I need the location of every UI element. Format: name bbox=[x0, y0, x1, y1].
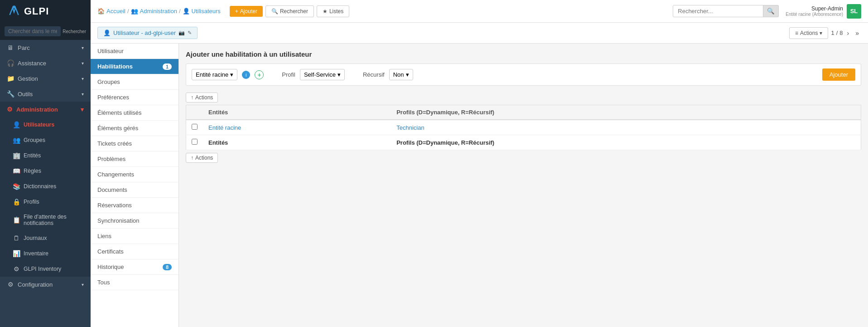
recursif-select[interactable]: Non ▾ bbox=[389, 69, 413, 80]
sidebar-item-groupes[interactable]: 👥 Groupes bbox=[0, 132, 91, 148]
breadcrumb-users-icon: 👤 bbox=[183, 8, 190, 15]
table-row: Entité racine Technician bbox=[186, 120, 861, 135]
sidebar: GLPI Rechercher 🖥 Parc ▾ 🎧 Assistance ▾ … bbox=[0, 0, 91, 327]
nav-item-groupes[interactable]: Groupes bbox=[91, 74, 178, 90]
sidebar-item-label: Dictionnaires bbox=[24, 183, 56, 190]
pagination-last[interactable]: » bbox=[853, 29, 861, 38]
avatar[interactable]: SL bbox=[847, 4, 861, 19]
rechercher-button[interactable]: 🔍 Rechercher bbox=[265, 5, 314, 17]
col-entites: Entités bbox=[203, 105, 391, 120]
chevron-icon: ▾ bbox=[82, 76, 84, 81]
breadcrumb-admin-icon: 👥 bbox=[131, 8, 138, 15]
sidebar-item-inventaire[interactable]: 📊 Inventaire bbox=[0, 246, 91, 261]
chevron-icon: ▾ bbox=[82, 282, 84, 287]
table-actions-button-1[interactable]: ↑ Actions bbox=[186, 93, 218, 102]
breadcrumb-accueil[interactable]: Accueil bbox=[106, 8, 125, 15]
col-profils: Profils (D=Dynamique, R=Récursif) bbox=[391, 105, 861, 120]
ajouter-button[interactable]: + Ajouter bbox=[230, 6, 263, 17]
nav-item-reservations[interactable]: Réservations bbox=[91, 198, 178, 213]
sidebar-item-administration[interactable]: ⚙ Administration ▾ bbox=[0, 102, 91, 117]
add-entity-button[interactable]: + bbox=[255, 70, 264, 79]
sidebar-item-dictionnaires[interactable]: 📚 Dictionnaires bbox=[0, 179, 91, 194]
topbar-search-button[interactable]: 🔍 bbox=[763, 5, 779, 17]
row-checkbox-cell bbox=[186, 120, 203, 135]
sidebar-item-label: Journaux bbox=[24, 235, 47, 241]
table-row: Entités Profils (D=Dynamique, R=Récursif… bbox=[186, 135, 861, 150]
profile-link[interactable]: Technician bbox=[396, 124, 424, 131]
recursif-label: Récursif bbox=[363, 71, 385, 78]
sidebar-item-utilisateurs[interactable]: 👤 Utilisateurs bbox=[0, 117, 91, 132]
sidebar-search-area[interactable]: Rechercher bbox=[0, 23, 91, 40]
row-checkbox[interactable] bbox=[192, 124, 198, 130]
sidebar-item-configuration[interactable]: ⚙ Configuration ▾ bbox=[0, 277, 91, 292]
person-icon: 👤 bbox=[103, 29, 111, 36]
sidebar-item-profils[interactable]: 🔒 Profils bbox=[0, 194, 91, 210]
profil-select[interactable]: Self-Service ▾ bbox=[300, 69, 345, 80]
pagination-sep: / bbox=[836, 29, 838, 36]
sidebar-item-parc[interactable]: 🖥 Parc ▾ bbox=[0, 40, 91, 55]
nav-item-synchronisation[interactable]: Synchronisation bbox=[91, 213, 178, 229]
camera-icon: 📷 bbox=[178, 30, 185, 36]
sidebar-item-journaux[interactable]: 🗒 Journaux bbox=[0, 230, 91, 246]
nav-label: Tickets créés bbox=[97, 140, 132, 147]
breadcrumb-utilisateurs[interactable]: Utilisateurs bbox=[192, 8, 221, 15]
entite-label: Entité racine bbox=[196, 71, 228, 78]
nav-label: Habilitations bbox=[97, 63, 133, 70]
sidebar-item-gestion[interactable]: 📁 Gestion ▾ bbox=[0, 71, 91, 86]
nav-label: Synchronisation bbox=[97, 217, 140, 224]
nav-label: Changements bbox=[97, 171, 134, 178]
table-actions-bar-1: ↑ Actions bbox=[186, 93, 861, 102]
sidebar-item-outils[interactable]: 🔧 Outils ▾ bbox=[0, 86, 91, 102]
row-profile-cell: Technician bbox=[391, 120, 861, 135]
sidebar-item-label: File d'attente des notifications bbox=[24, 214, 84, 226]
nav-label: Problèmes bbox=[97, 156, 125, 162]
nav-item-problemes[interactable]: Problèmes bbox=[91, 151, 178, 167]
nav-item-utilisateur[interactable]: Utilisateur bbox=[91, 44, 178, 59]
sidebar-item-label: GLPI Inventory bbox=[24, 266, 61, 272]
sidebar-item-regles[interactable]: 📖 Règles bbox=[0, 163, 91, 179]
nav-item-changements[interactable]: Changements bbox=[91, 167, 178, 182]
entite-select[interactable]: Entité racine ▾ bbox=[192, 69, 237, 80]
form-ajouter-button[interactable]: Ajouter bbox=[822, 68, 855, 81]
nav-item-tous[interactable]: Tous bbox=[91, 275, 178, 290]
nav-label: Tous bbox=[97, 279, 110, 286]
chevron-icon: ▾ bbox=[81, 106, 84, 113]
sidebar-item-label: Parc bbox=[18, 44, 30, 51]
nav-item-liens[interactable]: Liens bbox=[91, 229, 178, 244]
sidebar-item-glpi-inventory[interactable]: ⚙ GLPI Inventory bbox=[0, 261, 91, 277]
breadcrumb-administration[interactable]: Administration bbox=[140, 8, 177, 15]
info-button[interactable]: i bbox=[242, 71, 250, 79]
row-entity-cell: Entité racine bbox=[203, 120, 391, 135]
row-checkbox[interactable] bbox=[192, 139, 198, 145]
nav-item-tickets-crees[interactable]: Tickets créés bbox=[91, 136, 178, 151]
nav-label: Réservations bbox=[97, 202, 132, 209]
user-tab[interactable]: 👤 Utilisateur - ad-glpi-user 📷 ✎ bbox=[97, 27, 198, 39]
nav-item-documents[interactable]: Documents bbox=[91, 182, 178, 198]
left-nav: Utilisateur Habilitations 1 Groupes Préf… bbox=[91, 44, 179, 327]
sidebar-item-entites[interactable]: 🏢 Entités bbox=[0, 148, 91, 163]
sidebar-item-file-attente[interactable]: 📋 File d'attente des notifications bbox=[0, 210, 91, 230]
sidebar-search-input[interactable] bbox=[5, 26, 61, 36]
sidebar-item-assistance[interactable]: 🎧 Assistance ▾ bbox=[0, 55, 91, 71]
table-actions-button-2[interactable]: ↑ Actions bbox=[186, 153, 218, 163]
entity-link[interactable]: Entité racine bbox=[208, 124, 241, 131]
nav-label: Certificats bbox=[97, 248, 124, 255]
pagination-next[interactable]: › bbox=[845, 29, 852, 38]
nav-item-historique[interactable]: Historique 8 bbox=[91, 259, 178, 275]
nav-item-preferences[interactable]: Préférences bbox=[91, 90, 178, 105]
assistance-icon: 🎧 bbox=[7, 59, 14, 67]
nav-item-elements-geres[interactable]: Éléments gérés bbox=[91, 121, 178, 136]
sidebar-item-label: Profils bbox=[24, 199, 39, 205]
sidebar-item-label: Configuration bbox=[18, 281, 53, 288]
listes-button[interactable]: ★ Listes bbox=[317, 5, 349, 17]
sidebar-menu: 🖥 Parc ▾ 🎧 Assistance ▾ 📁 Gestion ▾ 🔧 Ou… bbox=[0, 40, 91, 327]
nav-item-habilitations[interactable]: Habilitations 1 bbox=[91, 59, 178, 74]
actions-button[interactable]: ≡ Actions ▾ bbox=[789, 27, 828, 39]
inventaire-icon: 📊 bbox=[13, 250, 20, 257]
nav-item-certificats[interactable]: Certificats bbox=[91, 244, 178, 259]
nav-badge-habilitations: 1 bbox=[163, 63, 172, 70]
groupes-icon: 👥 bbox=[13, 137, 20, 144]
nav-item-elements-utilises[interactable]: Éléments utilisés bbox=[91, 105, 178, 121]
sidebar-item-label: Inventaire bbox=[24, 250, 48, 257]
topbar-search-input[interactable] bbox=[673, 5, 763, 17]
